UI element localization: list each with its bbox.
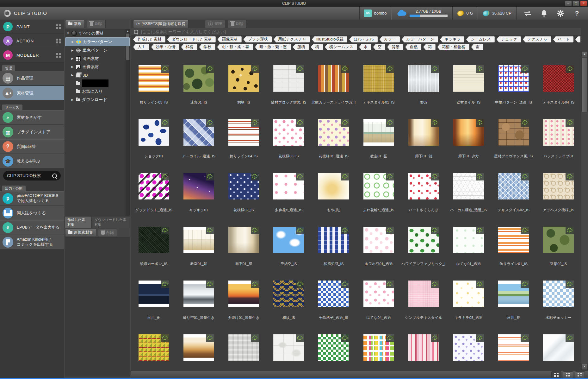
- download-cloud-icon[interactable]: [161, 119, 169, 127]
- material-cell[interactable]: 多弁花c_透過_IS: [266, 173, 311, 227]
- material-thumbnail[interactable]: [139, 65, 169, 92]
- expander-icon[interactable]: ▶: [71, 65, 74, 68]
- filter-tag[interactable]: フラッシュ: [575, 36, 580, 42]
- download-cloud-icon[interactable]: [476, 119, 484, 127]
- material-cell[interactable]: [401, 334, 446, 370]
- material-thumbnail[interactable]: [183, 281, 214, 307]
- assets-refresh-button[interactable]: ⟳[ASSETS]最新情報を取得: [133, 20, 189, 28]
- download-cloud-icon[interactable]: [206, 119, 214, 127]
- material-cell[interactable]: [266, 334, 311, 370]
- material-thumbnail[interactable]: [453, 334, 484, 361]
- expander-icon[interactable]: ▶: [71, 49, 74, 52]
- material-cell[interactable]: ハートさくらんぼ: [401, 173, 446, 227]
- material-cell[interactable]: 花模様02_IS: [221, 173, 266, 227]
- material-cell[interactable]: 北欧カラーストライプ02_IS: [311, 65, 356, 119]
- expander-icon[interactable]: ▶: [71, 57, 74, 60]
- download-cloud-icon[interactable]: [251, 334, 259, 342]
- material-thumbnail[interactable]: [363, 227, 394, 253]
- material-cell[interactable]: 飾りライン01_IS: [491, 227, 536, 281]
- material-thumbnail[interactable]: [498, 173, 529, 199]
- cloud-storage-chip[interactable]: 2.77GB / 10GB: [392, 7, 452, 20]
- material-thumbnail[interactable]: [273, 334, 304, 361]
- material-thumbnail[interactable]: [453, 227, 484, 253]
- filter-tag[interactable]: 画像素材: [217, 36, 242, 42]
- material-thumbnail[interactable]: [408, 65, 439, 92]
- delete-material-button[interactable]: 削除: [228, 20, 247, 28]
- sidebar-item-find-materials[interactable]: ⌕ 素材をさがす: [0, 110, 64, 125]
- filter-tag[interactable]: IllustStudio収録: [312, 36, 347, 42]
- filter-tag[interactable]: 作成した素材: [133, 36, 165, 42]
- download-cloud-icon[interactable]: [521, 173, 529, 180]
- download-cloud-icon[interactable]: [521, 281, 529, 288]
- filter-tag[interactable]: ダウンロードした素材: [167, 36, 216, 42]
- gold-chip[interactable]: 0 G: [452, 7, 478, 20]
- material-thumbnail[interactable]: [363, 281, 394, 307]
- bell-icon[interactable]: [540, 9, 548, 17]
- tree-item[interactable]: ▼すべての素材: [65, 29, 130, 37]
- filter-tag[interactable]: シームレス: [466, 36, 495, 42]
- material-thumbnail[interactable]: [139, 119, 169, 146]
- tree-item[interactable]: ▶3D: [65, 71, 130, 79]
- download-cloud-icon[interactable]: [476, 281, 484, 288]
- expander-icon[interactable]: ▶: [71, 40, 74, 43]
- tree-item[interactable]: ▶ダウンロード: [65, 96, 130, 104]
- material-cell[interactable]: キラキラ01: [176, 173, 221, 227]
- download-cloud-icon[interactable]: [251, 65, 259, 73]
- download-cloud-icon[interactable]: [431, 173, 439, 180]
- material-cell[interactable]: 綾織カーボン_IS: [131, 227, 176, 281]
- material-cell[interactable]: 壁材ブロック塀01_IS: [266, 65, 311, 119]
- material-thumbnail[interactable]: [183, 173, 214, 199]
- download-cloud-icon[interactable]: [341, 227, 349, 234]
- material-thumbnail[interactable]: [139, 334, 169, 361]
- download-cloud-icon[interactable]: [521, 65, 529, 73]
- expander-icon[interactable]: ▼: [66, 32, 70, 35]
- tree-item[interactable]: ▶単色パターン: [65, 46, 130, 54]
- download-cloud-icon[interactable]: [386, 173, 394, 180]
- material-thumbnail[interactable]: [498, 65, 529, 92]
- material-thumbnail[interactable]: [543, 281, 574, 307]
- material-thumbnail[interactable]: [318, 173, 349, 199]
- filter-tag[interactable]: チェック: [496, 36, 521, 42]
- material-cell[interactable]: 迷彩01_IS: [176, 65, 221, 119]
- filter-tag[interactable]: 学校: [199, 44, 215, 50]
- material-thumbnail[interactable]: [273, 173, 304, 199]
- material-thumbnail[interactable]: [139, 173, 169, 199]
- filter-tag[interactable]: 暗・激・緊・怒: [255, 44, 291, 50]
- download-cloud-icon[interactable]: [251, 281, 259, 288]
- tree-item[interactable]: [65, 79, 130, 87]
- material-cell[interactable]: 壁材プロヴァンス風_IS: [491, 119, 536, 173]
- tree-item[interactable]: ▶漫画素材: [65, 54, 130, 63]
- material-cell[interactable]: ショック01: [131, 119, 176, 173]
- download-cloud-icon[interactable]: [386, 119, 394, 127]
- material-cell[interactable]: テキスタイル02_IS: [491, 173, 536, 227]
- material-thumbnail[interactable]: [273, 227, 304, 253]
- view-large-grid-button[interactable]: [551, 371, 561, 378]
- download-cloud-icon[interactable]: [566, 65, 574, 73]
- tree-item[interactable]: ▶カラーパターン: [65, 37, 130, 46]
- search-icon[interactable]: [52, 174, 57, 178]
- material-thumbnail[interactable]: [498, 281, 529, 307]
- material-cell[interactable]: 迷彩02_IS: [536, 227, 581, 281]
- material-thumbnail[interactable]: [408, 227, 439, 253]
- material-cell[interactable]: [446, 334, 491, 370]
- material-thumbnail[interactable]: [228, 227, 259, 253]
- sidebar-item-learn[interactable]: 🎓 教える&学ぶ: [0, 154, 64, 168]
- material-cell[interactable]: ハニカム構造_透過_IS: [446, 173, 491, 227]
- clip-studio-search-box[interactable]: CLIP STUDIO検索: [3, 171, 61, 180]
- material-thumbnail[interactable]: [228, 119, 259, 146]
- filter-tag[interactable]: 服柄: [293, 44, 309, 50]
- sidebar-item-kindle[interactable]: ▛ Amazon Kindle向け コミックを出版する: [0, 235, 64, 250]
- expander-icon[interactable]: ▶: [71, 73, 74, 77]
- material-cell[interactable]: テキスタイル04_IS: [536, 65, 581, 119]
- download-cloud-icon[interactable]: [161, 227, 169, 234]
- material-thumbnail[interactable]: [498, 334, 529, 361]
- material-thumbnail[interactable]: [318, 119, 349, 146]
- download-cloud-icon[interactable]: [566, 227, 574, 234]
- view-list-button[interactable]: [575, 371, 585, 378]
- material-thumbnail[interactable]: [228, 334, 259, 361]
- material-thumbnail[interactable]: [139, 227, 169, 253]
- sync-icon[interactable]: [523, 9, 532, 17]
- download-cloud-icon[interactable]: [206, 281, 214, 288]
- material-cell[interactable]: 教室01_昼: [356, 119, 401, 173]
- download-cloud-icon[interactable]: [341, 65, 349, 73]
